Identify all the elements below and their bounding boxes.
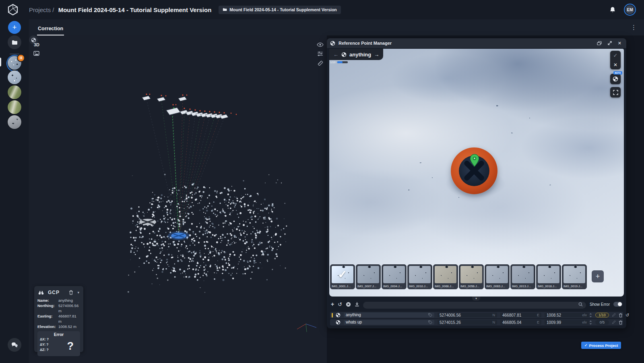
point-name: anything xyxy=(346,313,428,317)
view-mode-3d-button[interactable]: 3D xyxy=(34,42,39,47)
sidebar-project-4[interactable] xyxy=(8,100,21,114)
target-center xyxy=(459,156,489,186)
next-point-arrow[interactable]: → xyxy=(374,52,379,58)
projects-folder-button[interactable] xyxy=(8,35,21,49)
show-error-label: Show Error xyxy=(590,302,610,307)
image-thumbnail[interactable]: IMG_0004.J... xyxy=(382,264,407,289)
current-point-name: anything xyxy=(349,52,371,58)
image-thumbnail[interactable]: IMG_0007.J... xyxy=(356,264,381,289)
fullscreen-button[interactable] xyxy=(610,87,621,97)
add-image-button[interactable]: + xyxy=(592,270,604,282)
import-download-button[interactable] xyxy=(355,302,359,307)
add-project-button[interactable]: + xyxy=(8,21,21,34)
gcp-field-row: Elevation:1008.52 m xyxy=(37,324,80,329)
easting-field[interactable]: 466807.81E xyxy=(500,313,541,317)
point-name-field[interactable]: anything xyxy=(344,313,434,317)
delete-row-trash-icon[interactable] xyxy=(619,313,623,317)
image-thumbnail[interactable]: IMG_0063.J... xyxy=(485,264,510,289)
tag-icon[interactable] xyxy=(428,313,432,317)
gcp-field-label: Name: xyxy=(37,298,58,303)
northing-unit: N xyxy=(493,313,495,317)
page-title: Mount Field 2024-05-14 - Tutorial Supple… xyxy=(58,6,212,13)
sidebar-project-5[interactable] xyxy=(8,115,21,129)
display-settings-sliders-icon[interactable] xyxy=(317,51,323,56)
delete-row-trash-icon[interactable] xyxy=(619,320,623,325)
measure-ruler-icon[interactable] xyxy=(317,60,324,66)
add-point-button[interactable]: + xyxy=(331,301,334,307)
tag-icon[interactable] xyxy=(428,320,432,324)
plus-icon: + xyxy=(12,23,17,32)
dock-window-icon[interactable] xyxy=(597,41,602,46)
elevation-field[interactable]: 1008.52elv xyxy=(545,313,589,317)
northing-value: 5274006.56 xyxy=(440,313,461,317)
reference-point-row[interactable]: whats up5274015.26N466805.04E1009.99elv0… xyxy=(330,319,623,326)
thumbnail-image xyxy=(486,266,508,283)
support-chat-button[interactable] xyxy=(8,338,21,352)
pager-count: 1/10 xyxy=(330,61,336,64)
image-thumbnail[interactable]: IMG_0013.J... xyxy=(510,264,535,289)
delete-gcp-trash-icon[interactable] xyxy=(69,290,73,295)
row-actions: 0/5↺ xyxy=(589,320,629,325)
tab-correction[interactable]: Correction xyxy=(37,26,64,35)
point-name-field[interactable]: whats up xyxy=(344,320,434,325)
app-logo-icon[interactable] xyxy=(6,3,19,16)
reference-image-view[interactable] xyxy=(329,49,624,297)
tab-bar: Correction ⋮ xyxy=(29,19,644,35)
selected-row-indicator xyxy=(332,313,333,317)
folder-icon xyxy=(12,40,18,45)
gcp-error-box: Error ΔX: ?ΔY: ?ΔZ: ? ? xyxy=(37,331,80,356)
more-options-kebab-icon[interactable]: ⋮ xyxy=(631,24,637,31)
edit-pencil-icon[interactable] xyxy=(612,313,616,317)
reorder-updown-icon[interactable] xyxy=(589,320,592,325)
reorder-updown-icon[interactable] xyxy=(589,313,592,317)
project-chip[interactable]: Mount Field 2024-05-14 - Tutorial Supple… xyxy=(219,6,341,14)
process-project-label: Process Project xyxy=(589,343,618,348)
sidebar-project-3[interactable] xyxy=(8,85,21,99)
previous-point-arrow[interactable]: ← xyxy=(333,52,339,58)
image-thumbnail[interactable]: IMG_0016.J... xyxy=(536,264,561,289)
image-thumbnail[interactable]: IMG_0066.J... xyxy=(433,264,458,289)
gcp-target-marker[interactable] xyxy=(451,147,497,194)
collapse-strip-chevron[interactable]: ▾ xyxy=(472,297,480,301)
edit-pencil-icon[interactable] xyxy=(612,320,616,324)
clear-points-button[interactable] xyxy=(346,302,351,307)
row-actions: 1/10↺ xyxy=(589,313,629,318)
fullscreen-icon xyxy=(613,90,618,95)
image-thumbnail[interactable]: ✓IMG_0001.J... xyxy=(330,264,355,289)
reference-point-row[interactable]: anything5274006.56N466807.81E1008.52elv1… xyxy=(330,312,623,318)
search-input[interactable] xyxy=(363,302,586,309)
elevation-field[interactable]: 1009.99elv xyxy=(545,320,589,325)
target-x-bar xyxy=(463,160,485,181)
process-project-button[interactable]: ✓ Process Project xyxy=(581,342,621,349)
undo-button[interactable]: ↺ xyxy=(338,301,342,307)
expand-panel-icon[interactable] xyxy=(607,41,612,46)
confirm-mark-button[interactable]: ✓ xyxy=(613,52,618,60)
show-error-toggle[interactable] xyxy=(613,302,622,307)
thumbnail-label: IMG_0007.J... xyxy=(356,283,380,288)
easting-field[interactable]: 466805.04E xyxy=(500,320,541,325)
rpm-toolbar: + ↺ Show Error xyxy=(327,300,626,309)
rpm-header[interactable]: Reference Point Manager ✕ xyxy=(327,38,626,48)
image-thumbnail[interactable]: IMG_0056.J... xyxy=(459,264,484,289)
image-thumbnail[interactable]: IMG_0019.J... xyxy=(562,264,587,289)
notifications-bell-icon[interactable] xyxy=(609,6,616,13)
gcp-type-dropdown[interactable]: ▾ xyxy=(77,290,79,295)
search-box xyxy=(363,301,586,308)
remove-mark-button[interactable]: ✕ xyxy=(613,61,617,69)
visibility-eye-icon[interactable] xyxy=(317,42,324,47)
gcp-field-label: Elevation: xyxy=(37,324,58,329)
reset-row-icon[interactable]: ↺ xyxy=(625,313,629,318)
sidebar-project-2[interactable] xyxy=(8,71,21,84)
thumbnail-label: IMG_0010.J... xyxy=(408,283,432,288)
northing-field[interactable]: 5274015.26N xyxy=(438,320,497,325)
image-thumbnail[interactable]: IMG_0010.J... xyxy=(407,264,432,289)
close-panel-icon[interactable]: ✕ xyxy=(618,41,621,46)
user-avatar[interactable]: EM xyxy=(624,4,636,16)
elevation-unit: elv xyxy=(582,313,587,317)
photo-overlay-button[interactable] xyxy=(33,51,39,56)
plus-icon: + xyxy=(596,272,600,281)
project-sidebar: + xyxy=(0,19,29,363)
northing-field[interactable]: 5274006.56N xyxy=(438,313,497,317)
breadcrumb-root[interactable]: Projects xyxy=(29,6,51,13)
auto-detect-button[interactable]: BETA xyxy=(610,74,621,84)
